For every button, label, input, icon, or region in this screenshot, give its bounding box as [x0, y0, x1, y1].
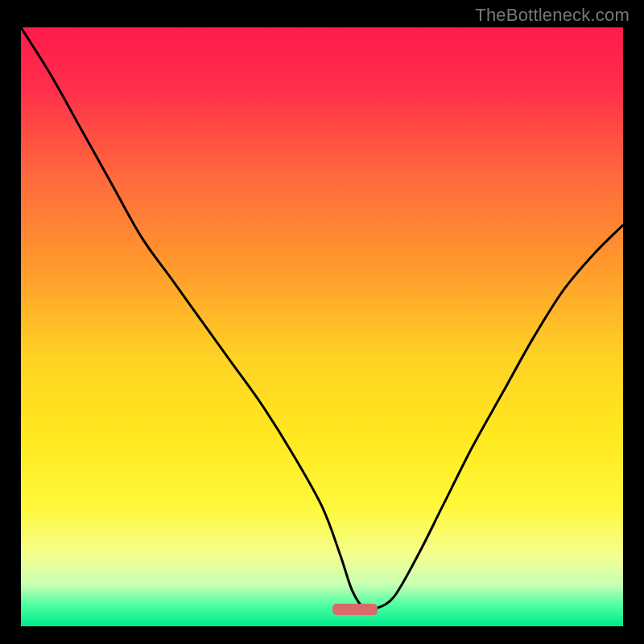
optimal-marker: [332, 604, 378, 615]
watermark-text: TheBottleneck.com: [475, 5, 630, 26]
frame: TheBottleneck.com: [0, 0, 644, 644]
plot-area: [21, 27, 623, 626]
bottleneck-curve: [21, 27, 623, 626]
